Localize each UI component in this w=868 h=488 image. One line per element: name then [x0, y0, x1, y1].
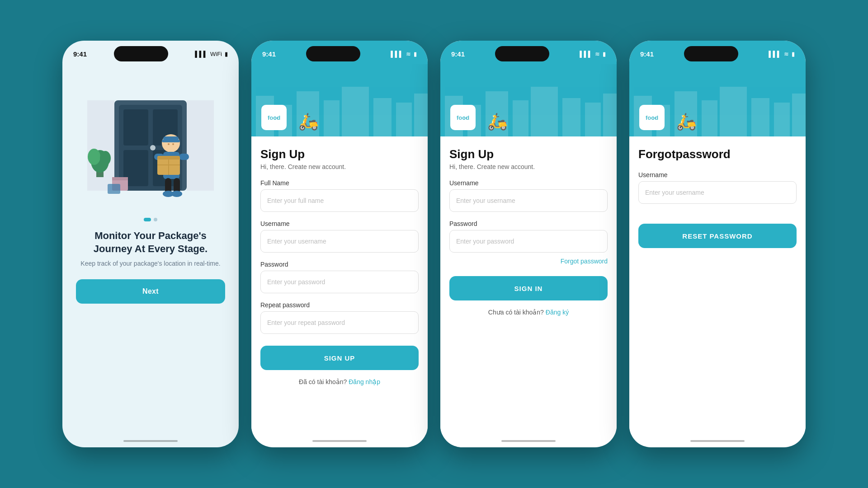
svg-rect-35 — [278, 105, 292, 136]
svg-rect-45 — [513, 100, 528, 136]
svg-rect-34 — [256, 96, 274, 136]
wifi-icon-2: ≋ — [406, 51, 411, 57]
signup-bottom-link: Đã có tài khoản? Đăng nhập — [260, 378, 419, 385]
dot-1 — [144, 218, 151, 221]
dynamic-island-2 — [306, 46, 360, 61]
password-input-signup[interactable] — [260, 271, 419, 293]
dynamic-island-3 — [495, 46, 549, 61]
svg-rect-37 — [324, 100, 340, 136]
reset-password-button[interactable]: RESET PASSWORD — [638, 224, 797, 248]
repeat-password-group: Repeat password — [260, 301, 419, 340]
svg-rect-53 — [702, 100, 717, 136]
illustration-area — [76, 69, 225, 213]
password-label-signin: Password — [449, 220, 608, 227]
battery-icon-1: ▮ — [225, 51, 228, 57]
status-bar-1: 9:41 ▌▌▌ WiFi ▮ — [62, 41, 239, 64]
svg-rect-56 — [774, 103, 790, 136]
onboarding-title: Monitor Your Package's Journey At Every … — [76, 230, 225, 255]
onboarding-content: Monitor Your Package's Journey At Every … — [62, 64, 239, 435]
forgot-password-link[interactable]: Forgot password — [561, 258, 608, 265]
status-time-3: 9:41 — [451, 50, 465, 58]
signup-title: Sign Up — [260, 147, 419, 161]
home-indicator-1 — [62, 435, 239, 447]
svg-point-19 — [172, 143, 174, 145]
city-skyline-2 — [251, 78, 428, 136]
svg-rect-47 — [562, 98, 580, 136]
home-indicator-2 — [251, 435, 428, 447]
svg-point-14 — [100, 151, 111, 165]
signin-body: Sign Up Hi, there. Create new account. U… — [440, 136, 617, 435]
status-icons-1: ▌▌▌ WiFi ▮ — [195, 51, 228, 57]
home-indicator-4 — [629, 435, 806, 447]
svg-rect-42 — [445, 96, 463, 136]
city-skyline-4 — [629, 78, 806, 136]
svg-rect-39 — [373, 98, 392, 136]
battery-icon-2: ▮ — [414, 51, 417, 57]
phone-onboarding: 9:41 ▌▌▌ WiFi ▮ — [62, 41, 239, 447]
onboarding-subtitle: Keep track of your package's location in… — [80, 259, 220, 268]
username-label-signup: Username — [260, 220, 419, 227]
signup-link[interactable]: Đăng ký — [546, 309, 569, 316]
username-label-signin: Username — [449, 179, 608, 187]
svg-rect-41 — [414, 94, 428, 136]
status-bar-3: 9:41 ▌▌▌ ≋ ▮ — [440, 41, 617, 64]
svg-rect-17 — [162, 140, 180, 142]
svg-point-6 — [150, 145, 156, 150]
svg-rect-51 — [656, 105, 670, 136]
dots-indicator — [144, 218, 157, 221]
username-group-forgot: Username — [638, 171, 797, 210]
svg-rect-10 — [187, 100, 214, 191]
signal-icon-4: ▌▌▌ — [769, 51, 781, 57]
svg-rect-44 — [486, 91, 508, 136]
next-button[interactable]: Next — [76, 279, 225, 304]
fullname-label: Full Name — [260, 179, 419, 187]
username-group-signin: Username — [449, 179, 608, 218]
svg-rect-2 — [123, 109, 148, 145]
battery-icon-3: ▮ — [603, 51, 606, 57]
phone-signin: 9:41 ▌▌▌ ≋ ▮ food 🛵 Sign Up Hi, there. C… — [440, 41, 617, 447]
signin-title: Sign Up — [449, 147, 608, 161]
svg-rect-22 — [179, 154, 189, 160]
status-time-2: 9:41 — [262, 50, 276, 58]
username-input-signup[interactable] — [260, 230, 419, 253]
signup-subtitle: Hi, there. Create new account. — [260, 163, 419, 170]
teal-header-forgot: food 🛵 — [629, 64, 806, 136]
username-group-signup: Username — [260, 220, 419, 259]
svg-rect-55 — [751, 98, 769, 136]
forgotpassword-body: Forgotpassword Username RESET PASSWORD — [629, 136, 806, 435]
svg-point-13 — [88, 149, 100, 165]
signin-button[interactable]: SIGN IN — [449, 276, 608, 300]
fullname-group: Full Name — [260, 179, 419, 218]
signin-bottom-link: Chưa có tài khoản? Đăng ký — [449, 309, 608, 316]
dot-2 — [154, 218, 157, 221]
status-time-4: 9:41 — [640, 50, 654, 58]
status-time-1: 9:41 — [73, 50, 87, 58]
svg-rect-40 — [396, 103, 412, 136]
username-input-forgot[interactable] — [638, 181, 797, 204]
svg-rect-52 — [675, 91, 697, 136]
svg-rect-54 — [720, 87, 747, 136]
signin-link[interactable]: Đăng nhập — [349, 378, 380, 385]
teal-header-signup: food 🛵 — [251, 64, 428, 136]
signin-bottom-text: Chưa có tài khoản? — [488, 309, 544, 316]
wifi-icon-4: ≋ — [784, 51, 789, 57]
username-label-forgot: Username — [638, 171, 797, 178]
phone-forgotpassword: 9:41 ▌▌▌ ≋ ▮ food 🛵 Forgotpassword Usern… — [629, 41, 806, 447]
battery-icon-4: ▮ — [792, 51, 795, 57]
teal-header-signin: food 🛵 — [440, 64, 617, 136]
svg-rect-43 — [467, 105, 481, 136]
status-icons-4: ▌▌▌ ≋ ▮ — [769, 51, 795, 57]
username-input-signin[interactable] — [449, 189, 608, 212]
svg-rect-50 — [634, 96, 652, 136]
repeat-password-label: Repeat password — [260, 301, 419, 309]
home-indicator-3 — [440, 435, 617, 447]
status-icons-2: ▌▌▌ ≋ ▮ — [391, 51, 417, 57]
password-input-signin[interactable] — [449, 230, 608, 253]
city-skyline-3 — [440, 78, 617, 136]
signal-icon-3: ▌▌▌ — [580, 51, 592, 57]
svg-rect-49 — [603, 94, 617, 136]
fullname-input[interactable] — [260, 189, 419, 212]
svg-rect-36 — [297, 91, 319, 136]
repeat-password-input[interactable] — [260, 311, 419, 334]
signup-button[interactable]: SIGN UP — [260, 346, 419, 370]
